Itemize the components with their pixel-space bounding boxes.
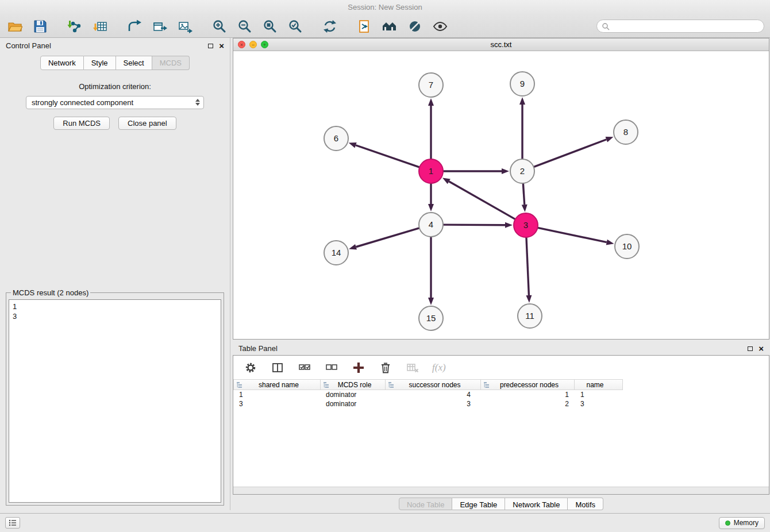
graph-edge-3-1[interactable] xyxy=(449,182,515,219)
optimization-criterion-select[interactable]: strongly connected component xyxy=(26,96,204,109)
function-builder-button[interactable]: f(x) xyxy=(432,362,446,373)
share-network-button[interactable] xyxy=(125,18,144,35)
cell-name[interactable]: 3 xyxy=(575,399,623,408)
plus-icon xyxy=(352,361,365,374)
graph-node-14[interactable]: 14 xyxy=(324,241,348,265)
graph-node-3[interactable]: 3 xyxy=(514,213,538,237)
cell-shared-name[interactable]: 3 xyxy=(233,399,321,408)
tab-select[interactable]: Select xyxy=(116,56,152,70)
save-session-button[interactable] xyxy=(31,18,49,35)
graph-edge-4-3[interactable] xyxy=(443,225,505,225)
graph-edge-1-6[interactable] xyxy=(356,145,419,167)
float-panel-icon[interactable] xyxy=(208,44,213,48)
tab-mcds[interactable]: MCDS xyxy=(152,56,190,70)
graph-edge-4-14[interactable] xyxy=(356,228,419,247)
create-column-button[interactable] xyxy=(351,360,366,375)
tab-style[interactable]: Style xyxy=(84,56,116,70)
column-type-icon xyxy=(388,382,394,388)
graph-node-7[interactable]: 7 xyxy=(419,73,443,97)
table-panel-box: f(x) shared name MCDS role successor nod… xyxy=(233,355,769,495)
graph-node-8[interactable]: 8 xyxy=(614,120,638,144)
table-row[interactable]: 3 dominator 3 2 3 xyxy=(233,399,769,408)
column-header-predecessor-nodes[interactable]: predecessor nodes xyxy=(481,379,575,390)
cell-name[interactable]: 1 xyxy=(575,390,623,399)
graph-node-15[interactable]: 15 xyxy=(419,306,443,330)
open-file-button[interactable] xyxy=(6,18,24,35)
import-table-button[interactable] xyxy=(91,18,109,35)
control-panel-title: Control Panel xyxy=(6,41,51,50)
graph-arrowhead xyxy=(428,98,434,106)
tab-node-table[interactable]: Node Table xyxy=(399,498,453,510)
close-panel-icon[interactable]: × xyxy=(219,42,224,50)
column-header-mcds-role[interactable]: MCDS role xyxy=(321,379,386,390)
graph-arrowhead xyxy=(606,240,614,245)
graph-node-2[interactable]: 2 xyxy=(510,159,534,183)
graph-node-1[interactable]: 1 xyxy=(419,159,443,183)
network-window-titlebar[interactable]: × − + scc.txt xyxy=(233,38,769,51)
graph-edge-2-3[interactable] xyxy=(523,183,524,205)
graph-edge-3-10[interactable] xyxy=(538,228,607,242)
graph-node-11[interactable]: 11 xyxy=(518,304,542,328)
delete-table-button[interactable] xyxy=(405,360,420,375)
unselect-all-columns-button[interactable] xyxy=(324,360,339,375)
zoom-fit-icon xyxy=(263,19,278,34)
table-settings-button[interactable] xyxy=(243,360,258,375)
zoom-fit-button[interactable] xyxy=(261,18,279,35)
task-history-button[interactable] xyxy=(5,517,20,529)
table-scrollbar-track[interactable] xyxy=(233,487,769,494)
graph-arrowhead xyxy=(349,244,357,250)
export-image-button[interactable] xyxy=(176,18,194,35)
column-type-icon xyxy=(237,382,242,388)
tab-network-table[interactable]: Network Table xyxy=(505,498,568,510)
mcds-result-box[interactable]: 1 3 xyxy=(9,299,221,503)
run-mcds-button[interactable]: Run MCDS xyxy=(53,117,110,130)
new-network-view-button[interactable] xyxy=(151,18,169,35)
network-canvas[interactable]: 7968124314101511 xyxy=(233,51,769,339)
import-network-button[interactable] xyxy=(66,18,84,35)
tab-motifs[interactable]: Motifs xyxy=(568,498,603,510)
search-input[interactable] xyxy=(613,22,759,30)
graph-edge-3-11[interactable] xyxy=(526,237,529,295)
close-panel-button[interactable]: Close panel xyxy=(118,117,176,130)
zoom-out-button[interactable] xyxy=(236,18,254,35)
graph-node-label: 7 xyxy=(429,80,433,90)
maximize-window-icon[interactable]: + xyxy=(261,41,268,48)
show-hide-button[interactable] xyxy=(431,18,449,35)
graph-node-9[interactable]: 9 xyxy=(510,72,534,96)
graph-node-6[interactable]: 6 xyxy=(324,126,348,151)
float-table-panel-icon[interactable] xyxy=(748,346,753,351)
search-field[interactable] xyxy=(596,20,764,33)
copy-style-button[interactable] xyxy=(355,18,374,35)
tab-edge-table[interactable]: Edge Table xyxy=(452,498,505,510)
refresh-button[interactable] xyxy=(321,18,339,35)
graph-node-label: 4 xyxy=(429,219,433,229)
close-table-panel-icon[interactable]: × xyxy=(759,345,764,353)
cell-shared-name[interactable]: 1 xyxy=(233,390,321,399)
graph-edge-2-8[interactable] xyxy=(534,140,607,167)
zoom-in-button[interactable] xyxy=(210,18,229,35)
apply-style-button[interactable] xyxy=(406,18,424,35)
table-row[interactable]: 1 dominator 4 1 1 xyxy=(233,390,769,399)
cell-mcds-role[interactable]: dominator xyxy=(321,399,386,408)
close-window-icon[interactable]: × xyxy=(238,41,245,48)
graph-node-4[interactable]: 4 xyxy=(419,213,443,237)
cell-successor-nodes[interactable]: 3 xyxy=(386,399,481,408)
graph-node-10[interactable]: 10 xyxy=(615,234,639,259)
mcds-result-title: MCDS result (2 nodes) xyxy=(11,288,90,297)
cell-predecessor-nodes[interactable]: 2 xyxy=(481,399,575,408)
delete-column-button[interactable] xyxy=(378,360,393,375)
column-header-name[interactable]: name xyxy=(575,379,623,390)
minimize-window-icon[interactable]: − xyxy=(249,41,257,48)
tab-network[interactable]: Network xyxy=(40,56,84,70)
show-columns-button[interactable] xyxy=(270,360,285,375)
cell-predecessor-nodes[interactable]: 1 xyxy=(481,390,575,399)
zoom-out-icon xyxy=(237,19,252,34)
column-header-successor-nodes[interactable]: successor nodes xyxy=(386,379,481,390)
cell-successor-nodes[interactable]: 4 xyxy=(386,390,481,399)
select-all-columns-button[interactable] xyxy=(297,360,312,375)
column-header-shared-name[interactable]: shared name xyxy=(233,379,321,390)
cell-mcds-role[interactable]: dominator xyxy=(321,390,386,399)
zoom-selected-button[interactable] xyxy=(286,18,305,35)
home-layout-button[interactable] xyxy=(380,18,399,35)
memory-button[interactable]: Memory xyxy=(719,517,765,529)
